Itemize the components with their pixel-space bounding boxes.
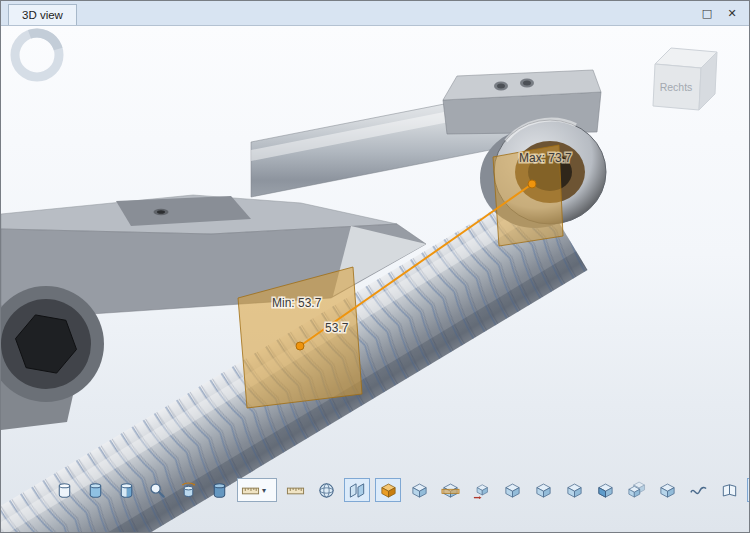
cube-face-select-button[interactable] bbox=[592, 478, 618, 502]
close-button[interactable]: ✕ bbox=[721, 4, 743, 22]
max-point-marker[interactable] bbox=[528, 180, 536, 188]
close-icon: ✕ bbox=[727, 7, 736, 20]
clip-box-button[interactable] bbox=[375, 478, 401, 502]
zoom-button[interactable] bbox=[144, 478, 170, 502]
cube-copy-button[interactable] bbox=[623, 478, 649, 502]
cube-view-front-icon bbox=[503, 481, 522, 500]
cube-copy-icon bbox=[627, 481, 646, 500]
cylinder-dark-icon bbox=[210, 481, 229, 500]
ruler-button[interactable] bbox=[282, 478, 308, 502]
cylinder-section-button[interactable] bbox=[113, 478, 139, 502]
cube-view-back-button[interactable] bbox=[530, 478, 556, 502]
max-label: Max: 73.7 bbox=[519, 151, 572, 165]
mesh-sphere-button[interactable] bbox=[313, 478, 339, 502]
maximize-button[interactable]: □ bbox=[696, 4, 718, 22]
3d-viewport[interactable]: Min: 53.7 53.7 Max: 73.7 Rechts ▾ bbox=[1, 26, 749, 532]
cylinder-wireframe-icon bbox=[55, 481, 74, 500]
view-toolbar: ▾ bbox=[51, 478, 750, 502]
cube-offset-button[interactable] bbox=[468, 478, 494, 502]
cube-view-left-button[interactable] bbox=[561, 478, 587, 502]
measure-mode-button[interactable]: ▾ bbox=[237, 478, 277, 502]
cube-shaded-button[interactable] bbox=[406, 478, 432, 502]
cube-view-back-icon bbox=[534, 481, 553, 500]
titlebar: 3D view □ ✕ bbox=[1, 1, 749, 26]
tab-3d-view[interactable]: 3D view bbox=[8, 4, 77, 25]
min-point-marker[interactable] bbox=[296, 342, 304, 350]
cylinder-shaded-icon bbox=[86, 481, 105, 500]
cube-face-select-icon bbox=[596, 481, 615, 500]
cube-view-front-button[interactable] bbox=[499, 478, 525, 502]
dual-view-button[interactable] bbox=[716, 478, 742, 502]
navigation-cube[interactable]: Rechts bbox=[653, 48, 717, 110]
window-controls: □ ✕ bbox=[696, 1, 749, 25]
clip-planes-button[interactable] bbox=[344, 478, 370, 502]
cube-view-iso-button[interactable] bbox=[654, 478, 680, 502]
measure-mode-icon bbox=[241, 481, 260, 500]
3d-view-window: 3D view □ ✕ bbox=[0, 0, 750, 533]
spline-measure-icon bbox=[689, 481, 708, 500]
cylinder-section-icon bbox=[117, 481, 136, 500]
3d-scene: Min: 53.7 53.7 Max: 73.7 Rechts bbox=[1, 26, 749, 532]
tab-title: 3D view bbox=[22, 9, 63, 21]
mesh-sphere-icon bbox=[317, 481, 336, 500]
cube-clip-plane-button[interactable] bbox=[437, 478, 463, 502]
min-label: Min: 53.7 bbox=[272, 296, 322, 310]
maximize-icon: □ bbox=[702, 7, 712, 20]
cylinder-dark-button[interactable] bbox=[206, 478, 232, 502]
cube-view-iso-icon bbox=[658, 481, 677, 500]
cube-shaded-icon bbox=[410, 481, 429, 500]
dual-view-icon bbox=[720, 481, 739, 500]
clip-planes-icon bbox=[348, 481, 367, 500]
cylinder-orbit-icon bbox=[179, 481, 198, 500]
orientation-compass[interactable] bbox=[9, 27, 65, 83]
navigation-cube-label: Rechts bbox=[660, 81, 693, 93]
cube-clip-plane-icon bbox=[441, 481, 460, 500]
clip-box-icon bbox=[379, 481, 398, 500]
cube-view-left-icon bbox=[565, 481, 584, 500]
zoom-icon bbox=[148, 481, 167, 500]
cylinder-wireframe-button[interactable] bbox=[51, 478, 77, 502]
segment-label: 53.7 bbox=[325, 321, 349, 335]
top-right-block[interactable] bbox=[443, 70, 601, 134]
cube-offset-icon bbox=[472, 481, 491, 500]
ruler-icon bbox=[286, 481, 305, 500]
cylinder-shaded-button[interactable] bbox=[82, 478, 108, 502]
dropdown-arrow-icon: ▾ bbox=[262, 486, 266, 495]
spline-measure-button[interactable] bbox=[685, 478, 711, 502]
cylinder-orbit-button[interactable] bbox=[175, 478, 201, 502]
